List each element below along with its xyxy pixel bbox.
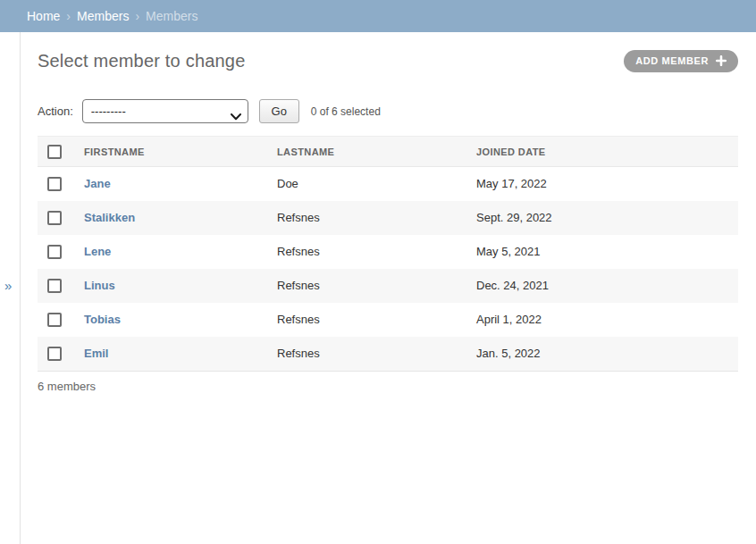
- table-row: Stalikken Refsnes Sept. 29, 2022: [38, 201, 738, 235]
- add-member-button-label: ADD MEMBER: [635, 55, 709, 66]
- member-link[interactable]: Emil: [84, 347, 108, 360]
- member-count: 6 members: [38, 371, 738, 393]
- row-checkbox[interactable]: [47, 347, 62, 361]
- action-select-wrap: ---------: [82, 99, 248, 123]
- changelist-content: Select member to change ADD MEMBER Actio…: [21, 32, 756, 393]
- table-row: Emil Refsnes Jan. 5, 2022: [38, 337, 738, 371]
- table-row: Tobias Refsnes April 1, 2022: [38, 303, 738, 337]
- plus-icon: [716, 55, 727, 66]
- table-header-row: FIRSTNAME LASTNAME JOINED DATE: [38, 137, 738, 167]
- column-header-joined-date[interactable]: JOINED DATE: [476, 137, 738, 167]
- lastname-cell: Refsnes: [277, 201, 476, 235]
- joined-date-cell: Jan. 5, 2022: [476, 337, 738, 371]
- table-row: Jane Doe May 17, 2022: [38, 167, 738, 201]
- breadcrumb-link-members[interactable]: Members: [77, 9, 129, 23]
- member-link[interactable]: Tobias: [84, 313, 121, 326]
- lastname-cell: Refsnes: [277, 269, 476, 303]
- breadcrumb-separator: ›: [135, 9, 139, 23]
- member-link[interactable]: Linus: [84, 279, 115, 292]
- table-row: Lene Refsnes May 5, 2021: [38, 235, 738, 269]
- row-checkbox[interactable]: [47, 313, 62, 327]
- joined-date-cell: May 17, 2022: [476, 167, 738, 201]
- row-checkbox[interactable]: [47, 211, 62, 225]
- column-header-firstname[interactable]: FIRSTNAME: [77, 137, 277, 167]
- breadcrumb-separator: ›: [66, 9, 71, 23]
- add-member-button[interactable]: ADD MEMBER: [624, 50, 738, 72]
- column-header-lastname[interactable]: LASTNAME: [277, 137, 476, 167]
- lastname-cell: Refsnes: [277, 303, 476, 337]
- collapsed-nav-sidebar: »: [0, 32, 21, 544]
- row-checkbox[interactable]: [47, 177, 62, 191]
- lastname-cell: Refsnes: [277, 337, 476, 371]
- member-link[interactable]: Stalikken: [84, 211, 135, 224]
- joined-date-cell: Dec. 24, 2021: [476, 269, 738, 303]
- action-select[interactable]: ---------: [82, 99, 248, 123]
- go-button[interactable]: Go: [259, 99, 299, 123]
- joined-date-cell: Sept. 29, 2022: [476, 201, 738, 235]
- breadcrumb-link-home[interactable]: Home: [27, 9, 60, 23]
- member-link[interactable]: Jane: [84, 177, 111, 190]
- lastname-cell: Refsnes: [277, 235, 476, 269]
- row-checkbox[interactable]: [47, 245, 62, 259]
- joined-date-cell: May 5, 2021: [476, 235, 738, 269]
- joined-date-cell: April 1, 2022: [476, 303, 738, 337]
- breadcrumb: Home › Members › Members: [0, 0, 756, 32]
- row-checkbox[interactable]: [47, 279, 62, 293]
- table-row: Linus Refsnes Dec. 24, 2021: [38, 269, 738, 303]
- select-all-checkbox[interactable]: [47, 145, 62, 159]
- actions-bar: Action: --------- Go 0 of 6 selected: [38, 99, 738, 123]
- page-title: Select member to change: [38, 51, 246, 71]
- action-label: Action:: [38, 105, 73, 118]
- member-link[interactable]: Lene: [84, 245, 111, 258]
- sidebar-expand-toggle[interactable]: »: [4, 279, 12, 292]
- selection-status: 0 of 6 selected: [311, 105, 381, 118]
- breadcrumb-current: Members: [146, 9, 197, 23]
- members-table: FIRSTNAME LASTNAME JOINED DATE Jane Doe …: [38, 136, 738, 371]
- lastname-cell: Doe: [277, 167, 476, 201]
